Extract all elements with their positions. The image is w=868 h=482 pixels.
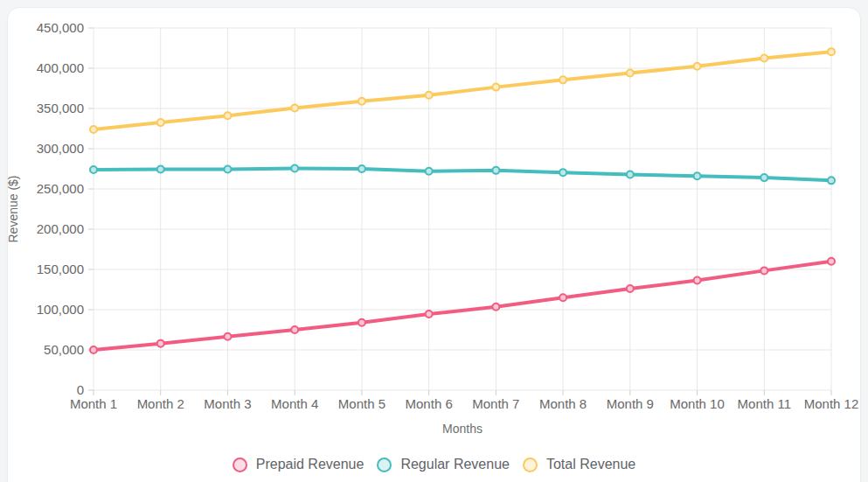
legend-label: Prepaid Revenue — [256, 457, 365, 472]
x-tick-label: Month 9 — [607, 396, 654, 411]
data-point-total-revenue[interactable] — [426, 92, 433, 99]
data-point-total-revenue[interactable] — [492, 84, 499, 91]
legend-item-total-revenue[interactable]: Total Revenue — [523, 457, 635, 472]
legend-label: Regular Revenue — [400, 457, 510, 472]
y-tick-label: 150,000 — [37, 262, 84, 276]
legend-label: Total Revenue — [546, 457, 635, 472]
y-tick-label: 300,000 — [37, 141, 84, 156]
x-tick-label: Month 2 — [137, 396, 184, 411]
data-point-prepaid-revenue[interactable] — [90, 346, 97, 353]
series-line-regular-revenue — [94, 169, 831, 181]
data-point-prepaid-revenue[interactable] — [627, 285, 634, 292]
x-tick-label: Month 5 — [338, 396, 385, 411]
data-point-total-revenue[interactable] — [157, 119, 164, 126]
x-tick-label: Month 4 — [271, 396, 318, 411]
data-point-total-revenue[interactable] — [828, 48, 835, 55]
data-point-regular-revenue[interactable] — [291, 165, 298, 172]
x-tick-label: Month 3 — [204, 396, 251, 411]
legend-swatch-regular-revenue-icon — [377, 458, 392, 472]
series-layer — [90, 48, 835, 353]
legend-item-regular-revenue[interactable]: Regular Revenue — [377, 457, 510, 472]
data-point-regular-revenue[interactable] — [760, 174, 767, 181]
x-tick-label: Month 1 — [70, 396, 117, 411]
data-point-prepaid-revenue[interactable] — [224, 333, 231, 340]
x-tick-label: Month 10 — [670, 396, 725, 411]
data-point-prepaid-revenue[interactable] — [559, 294, 566, 301]
y-tick-label: 250,000 — [37, 181, 84, 196]
data-point-regular-revenue[interactable] — [559, 169, 566, 176]
series-line-prepaid-revenue — [94, 262, 831, 350]
x-tick-label: Month 11 — [738, 396, 791, 411]
data-point-regular-revenue[interactable] — [492, 167, 499, 174]
x-axis-title: Months — [442, 422, 483, 436]
data-point-regular-revenue[interactable] — [627, 171, 634, 178]
data-point-prepaid-revenue[interactable] — [426, 311, 433, 318]
data-point-total-revenue[interactable] — [90, 126, 97, 133]
y-tick-label: 50,000 — [44, 342, 84, 357]
page: 050,000100,000150,000200,000250,000300,0… — [0, 0, 868, 482]
legend-swatch-prepaid-revenue-icon — [233, 458, 247, 472]
x-tick-label: Month 12 — [804, 396, 859, 411]
data-point-total-revenue[interactable] — [358, 98, 365, 105]
data-point-prepaid-revenue[interactable] — [157, 340, 164, 347]
legend-swatch-total-revenue-icon — [523, 458, 538, 472]
data-point-prepaid-revenue[interactable] — [694, 276, 701, 283]
revenue-line-chart: 050,000100,000150,000200,000250,000300,0… — [0, 0, 868, 482]
legend-item-prepaid-revenue[interactable]: Prepaid Revenue — [233, 457, 365, 472]
y-tick-label: 350,000 — [37, 101, 84, 115]
data-point-prepaid-revenue[interactable] — [358, 319, 365, 326]
data-point-total-revenue[interactable] — [224, 112, 231, 119]
y-tick-label: 450,000 — [37, 20, 84, 35]
data-point-regular-revenue[interactable] — [224, 165, 231, 172]
y-tick-label: 0 — [77, 382, 84, 397]
data-point-prepaid-revenue[interactable] — [828, 258, 835, 265]
y-tick-label: 200,000 — [37, 221, 84, 236]
data-point-total-revenue[interactable] — [291, 105, 298, 112]
data-point-total-revenue[interactable] — [627, 70, 634, 77]
data-point-regular-revenue[interactable] — [157, 165, 164, 172]
y-tick-label: 400,000 — [37, 60, 84, 75]
data-point-total-revenue[interactable] — [559, 76, 566, 83]
data-point-regular-revenue[interactable] — [426, 168, 433, 175]
data-point-total-revenue[interactable] — [694, 63, 701, 70]
data-point-prepaid-revenue[interactable] — [760, 267, 767, 274]
label-layer: 050,000100,000150,000200,000250,000300,0… — [37, 20, 859, 411]
y-axis-title: Revenue ($) — [6, 175, 20, 242]
data-point-total-revenue[interactable] — [760, 55, 767, 62]
chart-legend: Prepaid RevenueRegular RevenueTotal Reve… — [0, 452, 868, 477]
data-point-prepaid-revenue[interactable] — [492, 304, 499, 311]
x-tick-label: Month 8 — [539, 396, 587, 411]
series-line-total-revenue — [94, 52, 831, 129]
data-point-regular-revenue[interactable] — [828, 177, 835, 184]
data-point-regular-revenue[interactable] — [358, 165, 365, 172]
data-point-regular-revenue[interactable] — [694, 172, 701, 179]
x-tick-label: Month 7 — [472, 396, 519, 411]
y-tick-label: 100,000 — [37, 302, 84, 317]
x-tick-label: Month 6 — [406, 396, 453, 411]
data-point-prepaid-revenue[interactable] — [291, 326, 298, 333]
data-point-regular-revenue[interactable] — [90, 166, 97, 173]
